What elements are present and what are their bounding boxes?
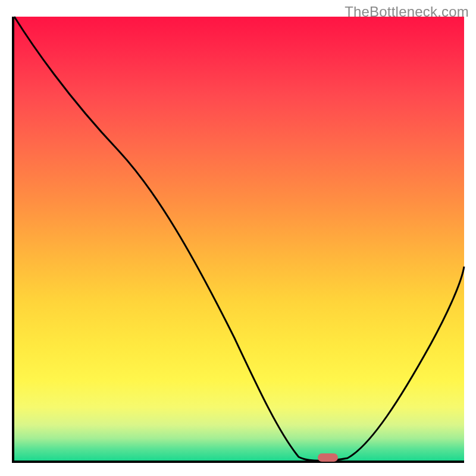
bottleneck-curve [14, 17, 464, 461]
optimal-marker [318, 453, 338, 462]
plot-area [12, 17, 464, 463]
chart-container: TheBottleneck.com [0, 0, 476, 476]
watermark-text: TheBottleneck.com [345, 4, 469, 20]
curve-layer [14, 17, 464, 461]
